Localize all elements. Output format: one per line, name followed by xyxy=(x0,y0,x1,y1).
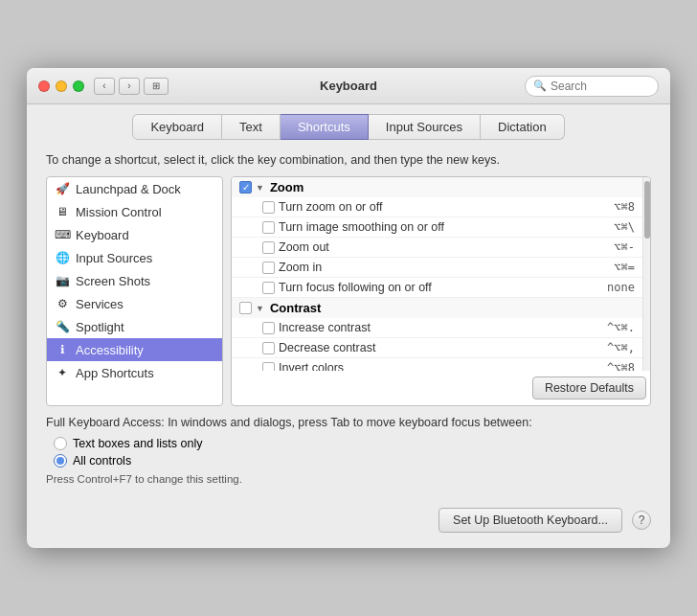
image-smoothing-label: Turn image smoothing on or off xyxy=(279,220,610,234)
sidebar-label-spotlight: Spotlight xyxy=(76,320,124,334)
decrease-contrast-checkbox[interactable] xyxy=(262,342,275,354)
close-button[interactable] xyxy=(38,80,50,92)
radio-label-text-boxes: Text boxes and lists only xyxy=(73,437,203,450)
tab-shortcuts[interactable]: Shortcuts xyxy=(281,114,369,140)
main-area: 🚀 Launchpad & Dock 🖥 Mission Control ⌨ K… xyxy=(46,176,651,406)
sidebar-label-screen-shots: Screen Shots xyxy=(76,274,150,288)
invert-colors-key: ^⌥⌘8 xyxy=(607,361,635,371)
contrast-group-label: Contrast xyxy=(270,301,321,315)
scrollbar-thumb[interactable] xyxy=(644,181,650,239)
zoom-group-header: ✓ ▼ Zoom xyxy=(232,177,642,197)
app-shortcuts-icon: ✦ xyxy=(55,365,70,380)
radio-text-boxes[interactable] xyxy=(54,437,67,450)
contrast-triangle: ▼ xyxy=(256,304,264,313)
back-button[interactable]: ‹ xyxy=(94,78,115,95)
bluetooth-keyboard-button[interactable]: Set Up Bluetooth Keyboard... xyxy=(438,508,622,533)
sidebar-item-screen-shots[interactable]: 📷 Screen Shots xyxy=(47,269,222,292)
tabs-bar: Keyboard Text Shortcuts Input Sources Di… xyxy=(27,104,670,140)
input-sources-icon: 🌐 xyxy=(55,250,70,265)
launchpad-icon: 🚀 xyxy=(55,181,70,196)
zoom-triangle: ▼ xyxy=(256,183,264,193)
sidebar-label-input-sources: Input Sources xyxy=(76,251,152,265)
zoom-in-label: Zoom in xyxy=(279,261,610,274)
instruction-text: To change a shortcut, select it, click t… xyxy=(46,153,651,167)
radio-row-text-boxes[interactable]: Text boxes and lists only xyxy=(54,437,651,450)
traffic-lights xyxy=(38,80,84,92)
zoom-in-key: ⌥⌘= xyxy=(614,261,635,274)
search-box[interactable]: 🔍 xyxy=(525,76,659,97)
tab-dictation[interactable]: Dictation xyxy=(481,114,565,140)
window-title: Keyboard xyxy=(320,79,377,93)
sidebar-item-mission-control[interactable]: 🖥 Mission Control xyxy=(47,200,222,223)
sidebar: 🚀 Launchpad & Dock 🖥 Mission Control ⌨ K… xyxy=(46,176,223,406)
sidebar-item-app-shortcuts[interactable]: ✦ App Shortcuts xyxy=(47,361,222,384)
sidebar-item-services[interactable]: ⚙ Services xyxy=(47,292,222,315)
shortcut-row-zoom-in[interactable]: Zoom in ⌥⌘= xyxy=(232,258,642,278)
image-smoothing-checkbox[interactable] xyxy=(262,221,275,234)
zoom-on-off-label: Turn zoom on or off xyxy=(279,200,610,214)
titlebar: ‹ › ⊞ Keyboard 🔍 xyxy=(27,68,670,104)
content-area: To change a shortcut, select it, click t… xyxy=(27,140,670,498)
increase-contrast-checkbox[interactable] xyxy=(262,322,275,334)
search-icon: 🔍 xyxy=(533,80,547,92)
zoom-button[interactable] xyxy=(73,80,84,92)
keyboard-access: Full Keyboard Access: In windows and dia… xyxy=(46,416,651,485)
zoom-on-off-checkbox[interactable] xyxy=(262,201,275,214)
sidebar-item-accessibility[interactable]: ℹ Accessibility xyxy=(47,338,222,361)
sidebar-item-launchpad[interactable]: 🚀 Launchpad & Dock xyxy=(47,177,222,200)
scrollbar[interactable] xyxy=(642,177,650,371)
search-input[interactable] xyxy=(551,80,650,93)
zoom-group-checkbox[interactable]: ✓ xyxy=(239,181,252,194)
increase-contrast-label: Increase contrast xyxy=(279,321,603,334)
zoom-out-checkbox[interactable] xyxy=(262,241,275,254)
invert-colors-checkbox[interactable] xyxy=(262,362,275,372)
keyboard-window: ‹ › ⊞ Keyboard 🔍 Keyboard Text Shortcuts… xyxy=(27,68,670,548)
restore-defaults-button[interactable]: Restore Defaults xyxy=(532,376,646,399)
radio-label-all-controls: All controls xyxy=(73,454,131,468)
sidebar-label-launchpad: Launchpad & Dock xyxy=(76,182,181,196)
shortcuts-inner: ✓ ▼ Zoom Turn zoom on or off ⌥⌘8 Turn im… xyxy=(232,177,650,371)
zoom-out-key: ⌥⌘- xyxy=(614,240,635,254)
image-smoothing-key: ⌥⌘\ xyxy=(614,220,635,234)
shortcut-row-increase-contrast[interactable]: Increase contrast ^⌥⌘. xyxy=(232,318,642,338)
shortcut-row-image-smoothing[interactable]: Turn image smoothing on or off ⌥⌘\ xyxy=(232,217,642,238)
focus-following-checkbox[interactable] xyxy=(262,282,275,294)
help-button[interactable]: ? xyxy=(632,511,651,530)
shortcut-row-zoom-out[interactable]: Zoom out ⌥⌘- xyxy=(232,238,642,258)
radio-group: Text boxes and lists only All controls xyxy=(54,437,651,468)
increase-contrast-key: ^⌥⌘. xyxy=(607,321,635,334)
mission-control-icon: 🖥 xyxy=(55,204,70,219)
zoom-out-label: Zoom out xyxy=(279,240,610,254)
tab-keyboard[interactable]: Keyboard xyxy=(132,114,222,140)
zoom-in-checkbox[interactable] xyxy=(262,262,275,274)
sidebar-item-input-sources[interactable]: 🌐 Input Sources xyxy=(47,246,222,269)
decrease-contrast-key: ^⌥⌘, xyxy=(607,341,635,354)
bottom-bar: Set Up Bluetooth Keyboard... ? xyxy=(27,498,670,548)
shortcut-row-focus-following[interactable]: Turn focus following on or off none xyxy=(232,278,642,298)
spotlight-icon: 🔦 xyxy=(55,319,70,334)
sidebar-label-services: Services xyxy=(76,297,124,311)
sidebar-item-spotlight[interactable]: 🔦 Spotlight xyxy=(47,315,222,338)
sidebar-item-keyboard[interactable]: ⌨ Keyboard xyxy=(47,223,222,246)
grid-button[interactable]: ⊞ xyxy=(144,78,169,95)
tab-text[interactable]: Text xyxy=(222,114,281,140)
screen-shots-icon: 📷 xyxy=(55,273,70,288)
nav-buttons: ‹ › xyxy=(94,78,140,95)
services-icon: ⚙ xyxy=(55,296,70,311)
sidebar-label-mission-control: Mission Control xyxy=(76,205,162,219)
shortcut-row-decrease-contrast[interactable]: Decrease contrast ^⌥⌘, xyxy=(232,338,642,358)
shortcut-row-invert-colors[interactable]: Invert colors ^⌥⌘8 xyxy=(232,358,642,371)
shortcuts-scroll[interactable]: ✓ ▼ Zoom Turn zoom on or off ⌥⌘8 Turn im… xyxy=(232,177,642,371)
keyboard-icon: ⌨ xyxy=(55,227,70,242)
zoom-group-label: Zoom xyxy=(270,180,304,194)
radio-row-all-controls[interactable]: All controls xyxy=(54,454,651,468)
focus-following-key: none xyxy=(607,281,635,294)
contrast-group-header: ▼ Contrast xyxy=(232,298,642,318)
forward-button[interactable]: › xyxy=(119,78,140,95)
radio-all-controls[interactable] xyxy=(54,454,67,468)
decrease-contrast-label: Decrease contrast xyxy=(279,341,603,354)
contrast-group-checkbox[interactable] xyxy=(239,302,252,314)
minimize-button[interactable] xyxy=(56,80,67,92)
tab-input-sources[interactable]: Input Sources xyxy=(369,114,481,140)
shortcut-row-zoom-on-off[interactable]: Turn zoom on or off ⌥⌘8 xyxy=(232,197,642,217)
